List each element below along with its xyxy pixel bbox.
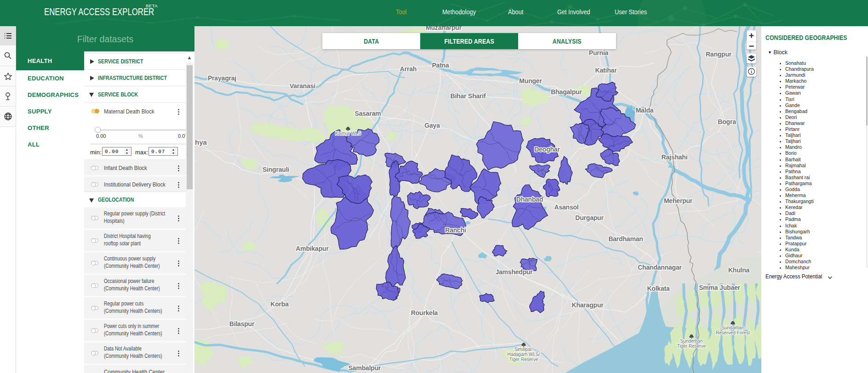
svg-text:Prayagraj: Prayagraj (208, 74, 236, 82)
svg-text:Sunderban: Sunderban (680, 339, 703, 344)
svg-text:Bihar Sharif: Bihar Sharif (451, 92, 486, 100)
svg-text:Sasaram: Sasaram (355, 110, 381, 117)
svg-text:Rajshahi: Rajshahi (662, 153, 688, 161)
svg-text:Munger: Munger (519, 77, 542, 85)
svg-text:Gaya: Gaya (424, 122, 440, 129)
svg-text:Kharagpur: Kharagpur (572, 301, 604, 309)
svg-text:Sundarban: Sundarban (722, 325, 744, 330)
svg-text:Bogra: Bogra (718, 118, 736, 125)
svg-text:Similipal-: Similipal- (514, 347, 533, 352)
svg-text:Tiger Reserve: Tiger Reserve (677, 344, 706, 349)
svg-text:Patna: Patna (432, 62, 449, 69)
svg-text:Kaimur WLS: Kaimur WLS (335, 131, 361, 136)
svg-text:Bilaspur: Bilaspur (229, 320, 255, 328)
svg-text:Hadagarh WLS/: Hadagarh WLS/ (507, 352, 540, 357)
svg-text:Korba: Korba (270, 300, 289, 308)
svg-text:Kolkata: Kolkata (647, 285, 670, 292)
svg-text:Ambikapur: Ambikapur (296, 245, 329, 252)
svg-text:Reserved Forest: Reserved Forest (716, 330, 750, 335)
svg-text:Singrauli: Singrauli (263, 166, 289, 173)
svg-text:Katihar: Katihar (595, 67, 617, 74)
svg-text:Tiger Reserve: Tiger Reserve (509, 357, 538, 362)
svg-text:Bardhaman: Bardhaman (608, 235, 643, 243)
svg-text:Muzaffarpur: Muzaffarpur (426, 26, 462, 31)
svg-text:Chandannagar: Chandannagar (638, 264, 682, 271)
svg-text:Ranchi: Ranchi (445, 226, 466, 234)
svg-text:Deoghar: Deoghar (534, 146, 560, 153)
svg-text:Purnia: Purnia (589, 49, 609, 57)
svg-text:Meherpur: Meherpur (664, 197, 693, 204)
svg-text:Bhagalpur: Bhagalpur (551, 88, 582, 96)
svg-text:Malda: Malda (636, 107, 654, 114)
svg-text:Smma Jubaer: Smma Jubaer (699, 284, 740, 291)
svg-text:Rourkela: Rourkela (411, 309, 438, 316)
svg-text:Sambalpur: Sambalpur (348, 364, 381, 372)
svg-text:Jamshedpur: Jamshedpur (495, 268, 533, 276)
svg-text:hya: hya (195, 138, 207, 146)
svg-text:Durgapur: Durgapur (575, 214, 604, 221)
svg-text:Varanasi: Varanasi (290, 82, 315, 90)
svg-text:Rangpur: Rangpur (706, 51, 732, 58)
svg-text:Asansol: Asansol (554, 203, 578, 211)
svg-text:Khulna: Khulna (728, 266, 750, 274)
svg-text:Dhanbad: Dhanbad (516, 196, 543, 203)
svg-text:Arrah: Arrah (400, 65, 417, 73)
